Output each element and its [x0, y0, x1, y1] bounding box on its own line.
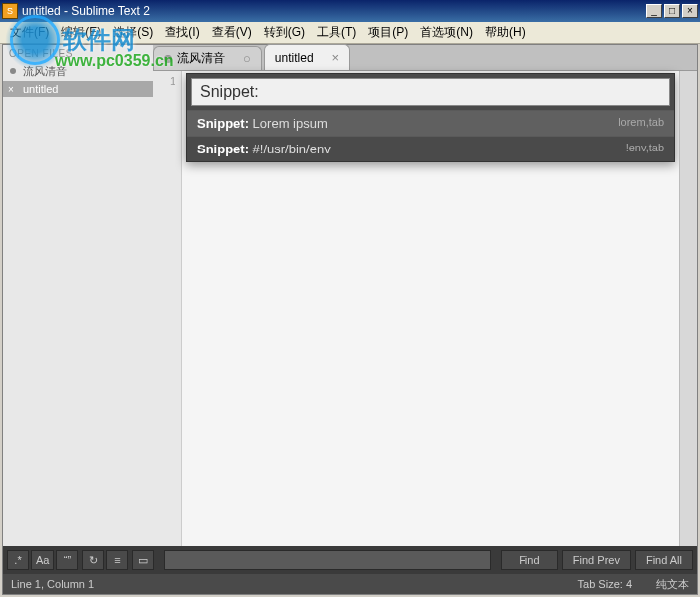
find-button[interactable]: Find	[501, 550, 558, 570]
case-toggle[interactable]: Aa	[31, 550, 54, 570]
palette-item-label: Snippet: Lorem ipsum	[197, 116, 328, 131]
findbar: .* Aa “” ↻ ≡ ▭ Find Find Prev Find All	[3, 546, 697, 574]
dirty-dot-icon	[164, 55, 172, 63]
command-palette: Snippet: Snippet: Lorem ipsum lorem,tab …	[186, 73, 675, 162]
minimap[interactable]	[679, 71, 697, 546]
wrap-toggle[interactable]: ↻	[82, 550, 104, 570]
find-input[interactable]	[164, 550, 490, 570]
find-options-group-2: ↻ ≡	[82, 550, 128, 570]
minimize-button[interactable]: _	[646, 4, 662, 18]
window-title: untitled - Sublime Text 2	[22, 4, 646, 18]
palette-item-hint: !env,tab	[626, 142, 664, 156]
menu-edit[interactable]: 编辑(E)	[55, 22, 107, 43]
find-prev-button[interactable]: Find Prev	[562, 550, 631, 570]
find-options-group: .* Aa “”	[7, 550, 78, 570]
close-file-icon[interactable]: ×	[8, 84, 14, 95]
editor-body[interactable]: Snippet: Snippet: Lorem ipsum lorem,tab …	[182, 71, 679, 546]
titlebar: S untitled - Sublime Text 2 _ □ ×	[0, 0, 700, 22]
palette-input[interactable]: Snippet:	[191, 78, 670, 106]
sidebar-file-label: 流风清音	[23, 65, 67, 77]
palette-item[interactable]: Snippet: #!/usr/bin/env !env,tab	[187, 136, 674, 161]
highlight-toggle[interactable]: ▭	[132, 550, 154, 570]
dirty-dot-icon	[10, 68, 16, 74]
tab[interactable]: 流风清音 ○	[153, 46, 262, 70]
tab-label: untitled	[275, 51, 314, 65]
maximize-button[interactable]: □	[664, 4, 680, 18]
status-tabsize[interactable]: Tab Size: 4	[578, 578, 632, 590]
menu-prefs[interactable]: 首选项(N)	[414, 22, 479, 43]
sidebar-section-header: OPEN FILES	[3, 45, 153, 62]
sidebar: OPEN FILES 流风清音 × untitled	[3, 45, 153, 546]
sidebar-file-item[interactable]: × untitled	[3, 81, 153, 97]
line-number: 1	[153, 71, 181, 87]
menu-file[interactable]: 文件(F)	[4, 22, 55, 43]
gutter: 1	[153, 71, 182, 546]
tabbar: 流风清音 ○ untitled ×	[153, 45, 697, 71]
selection-toggle[interactable]: ≡	[106, 550, 128, 570]
app-icon: S	[2, 3, 18, 19]
status-syntax[interactable]: 纯文本	[656, 577, 689, 592]
menu-find[interactable]: 查找(I)	[159, 22, 205, 43]
sidebar-file-item[interactable]: 流风清音	[3, 62, 153, 81]
menubar: 文件(F) 编辑(E) 选择(S) 查找(I) 查看(V) 转到(G) 工具(T…	[0, 22, 700, 44]
sidebar-file-label: untitled	[23, 83, 58, 95]
menu-help[interactable]: 帮助(H)	[479, 22, 531, 43]
menu-view[interactable]: 查看(V)	[206, 22, 258, 43]
tab-close-icon[interactable]: ×	[332, 50, 340, 65]
word-toggle[interactable]: “”	[56, 550, 78, 570]
tab[interactable]: untitled ×	[264, 44, 350, 70]
statusbar: Line 1, Column 1 Tab Size: 4 纯文本	[3, 574, 697, 594]
status-position[interactable]: Line 1, Column 1	[11, 578, 554, 590]
content: OPEN FILES 流风清音 × untitled 流风清音 ○ untitl…	[2, 44, 698, 595]
tab-close-icon[interactable]: ○	[243, 51, 251, 66]
menu-goto[interactable]: 转到(G)	[258, 22, 311, 43]
menu-tools[interactable]: 工具(T)	[311, 22, 362, 43]
palette-item-label: Snippet: #!/usr/bin/env	[197, 142, 331, 156]
regex-toggle[interactable]: .*	[7, 550, 29, 570]
window-controls: _ □ ×	[646, 4, 698, 18]
find-all-button[interactable]: Find All	[635, 550, 693, 570]
close-button[interactable]: ×	[682, 4, 698, 18]
palette-item[interactable]: Snippet: Lorem ipsum lorem,tab	[187, 110, 674, 136]
tab-label: 流风清音	[177, 50, 225, 67]
menu-select[interactable]: 选择(S)	[107, 22, 159, 43]
menu-project[interactable]: 项目(P)	[362, 22, 414, 43]
palette-item-hint: lorem,tab	[618, 116, 664, 131]
editor[interactable]: 1 Snippet: Snippet: Lorem ipsum lorem,ta…	[153, 71, 679, 546]
